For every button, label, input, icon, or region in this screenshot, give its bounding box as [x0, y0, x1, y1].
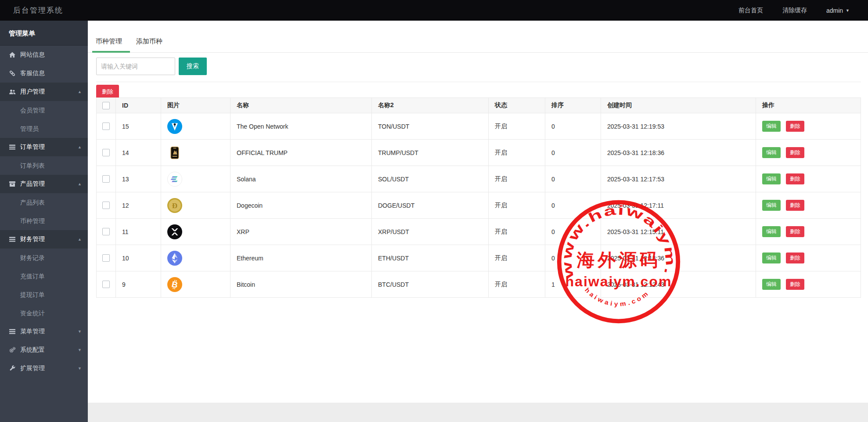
- row-checkbox[interactable]: [102, 175, 110, 183]
- sidebar-item-service-info[interactable]: 客服信息: [0, 64, 88, 83]
- caret-down-icon: ▼: [78, 348, 82, 352]
- row-checkbox[interactable]: [102, 254, 110, 262]
- table-row: 11 XRP XRP/USDT 开启 0 2025-03-31 12:15:11…: [97, 219, 861, 245]
- search-input[interactable]: [96, 58, 175, 75]
- svg-text:Ð: Ð: [172, 202, 177, 210]
- cell-created: 2025-03-31 12:15:11: [601, 219, 756, 245]
- row-delete-button[interactable]: 删除: [786, 226, 804, 237]
- row-checkbox[interactable]: [102, 202, 110, 209]
- cell-id: 12: [116, 192, 161, 219]
- frontend-home-link[interactable]: 前台首页: [738, 7, 763, 14]
- sidebar-subitem-finance-management-0[interactable]: 财务记录: [0, 249, 88, 267]
- sidebar-item-site-info[interactable]: 网站信息: [0, 46, 88, 64]
- row-delete-button[interactable]: 删除: [786, 200, 804, 211]
- col-id: ID: [116, 98, 161, 113]
- col-created: 创建时间: [601, 98, 756, 113]
- tab-coin-management[interactable]: 币种管理: [96, 37, 122, 46]
- edit-button[interactable]: 编辑: [762, 226, 781, 237]
- row-checkbox[interactable]: [102, 123, 110, 130]
- xrp-coin-icon: [167, 224, 182, 239]
- sidebar-item-user-management[interactable]: 用户管理 ▲: [0, 83, 88, 101]
- sidebar-menu: 网站信息 客服信息 用户管理 ▲ 会员管理 管理员 订单管理 ▲ 订单列表 产品…: [0, 46, 88, 378]
- table-row: 14 OFFICIAL TRUMP TRUMP/USDT 开启 0 2025-0…: [97, 140, 861, 166]
- sidebar-item-system-config[interactable]: 系统配置 ▼: [0, 341, 88, 359]
- users-icon: [9, 88, 16, 95]
- table-row: 10 Ethereum ETH/USDT 开启 0 2025-03-31 12:…: [97, 245, 861, 271]
- wrench-icon: [9, 365, 16, 372]
- sidebar-item-finance-management[interactable]: 财务管理 ▲: [0, 230, 88, 249]
- sidebar-subitem-finance-management-3[interactable]: 资金统计: [0, 304, 88, 322]
- app-title: 后台管理系统: [13, 5, 63, 15]
- cell-name: Bitcoin: [231, 271, 372, 298]
- sidebar: 管理菜单 网站信息 客服信息 用户管理 ▲ 会员管理 管理员 订单管理 ▲ 订单…: [0, 21, 88, 422]
- username: admin: [826, 7, 843, 14]
- edit-button[interactable]: 编辑: [762, 200, 781, 211]
- cell-name: The Open Network: [231, 113, 372, 140]
- sidebar-subitem-finance-management-1[interactable]: 充值订单: [0, 267, 88, 285]
- sidebar-subitem-product-management-0[interactable]: 产品列表: [0, 193, 88, 212]
- sidebar-subitem-label: 产品列表: [20, 199, 45, 206]
- trump-coin-icon: [167, 145, 182, 160]
- edit-button[interactable]: 编辑: [762, 279, 781, 290]
- row-delete-button[interactable]: 删除: [786, 147, 804, 158]
- sidebar-subitem-user-management-1[interactable]: 管理员: [0, 119, 88, 138]
- cell-id: 10: [116, 245, 161, 271]
- cell-sort: 0: [545, 219, 601, 245]
- row-delete-button[interactable]: 删除: [786, 252, 804, 263]
- sidebar-item-product-management[interactable]: 产品管理 ▲: [0, 175, 88, 193]
- sidebar-item-label: 财务管理: [20, 235, 45, 243]
- cell-name: Ethereum: [231, 245, 372, 271]
- topbar: 后台管理系统 前台首页 清除缓存 admin ▼: [0, 0, 868, 21]
- sidebar-item-menu-management[interactable]: 菜单管理 ▼: [0, 322, 88, 341]
- edit-button[interactable]: 编辑: [762, 173, 781, 184]
- sidebar-item-label: 产品管理: [20, 180, 45, 188]
- ton-coin-icon: [167, 119, 182, 134]
- select-all-checkbox[interactable]: [102, 102, 110, 109]
- row-delete-button[interactable]: 删除: [786, 121, 804, 132]
- row-delete-button[interactable]: 删除: [786, 173, 804, 184]
- row-checkbox[interactable]: [102, 228, 110, 235]
- sidebar-subitem-user-management-0[interactable]: 会员管理: [0, 101, 88, 119]
- sidebar-subitem-label: 管理员: [20, 125, 39, 132]
- home-icon: [9, 51, 16, 58]
- cell-status: 开启: [489, 166, 545, 192]
- caret-up-icon: ▲: [78, 182, 82, 186]
- sidebar-subitem-product-management-1[interactable]: 币种管理: [0, 212, 88, 230]
- tab-add-coin[interactable]: 添加币种: [136, 37, 162, 46]
- row-delete-button[interactable]: 删除: [786, 279, 804, 290]
- topbar-right: 前台首页 清除缓存 admin ▼: [738, 7, 850, 14]
- row-checkbox[interactable]: [102, 149, 110, 156]
- gears-icon: [9, 346, 16, 353]
- caret-down-icon: ▼: [78, 329, 82, 334]
- bulk-delete-button[interactable]: 删除: [96, 85, 119, 99]
- edit-button[interactable]: 编辑: [762, 147, 781, 158]
- cell-status: 开启: [489, 271, 545, 298]
- row-checkbox[interactable]: [102, 281, 110, 288]
- cell-created: 2025-03-31 12:13:36: [601, 245, 756, 271]
- sidebar-item-order-management[interactable]: 订单管理 ▲: [0, 138, 88, 156]
- user-menu[interactable]: admin ▼: [826, 7, 850, 14]
- sidebar-subitem-finance-management-2[interactable]: 提现订单: [0, 285, 88, 304]
- cell-sort: 0: [545, 166, 601, 192]
- cell-status: 开启: [489, 219, 545, 245]
- cell-name2: BTC/USDT: [372, 271, 489, 298]
- caret-up-icon: ▲: [78, 237, 82, 242]
- sidebar-item-extension-management[interactable]: 扩展管理 ▼: [0, 359, 88, 378]
- cell-name: Solana: [231, 166, 372, 192]
- admin-page: 后台管理系统 前台首页 清除缓存 admin ▼ 管理菜单 网站信息 客服信息 …: [0, 0, 868, 422]
- search-button[interactable]: 搜索: [179, 58, 207, 75]
- sidebar-header: 管理菜单: [0, 21, 88, 46]
- cell-created: 2025-03-31 12:17:53: [601, 166, 756, 192]
- cell-name: XRP: [231, 219, 372, 245]
- cell-id: 15: [116, 113, 161, 140]
- sidebar-subitem-order-management-0[interactable]: 订单列表: [0, 156, 88, 175]
- edit-button[interactable]: 编辑: [762, 252, 781, 263]
- sidebar-subitem-label: 提现订单: [20, 291, 45, 298]
- eth-coin-icon: [167, 251, 182, 266]
- col-actions: 操作: [756, 98, 861, 113]
- clear-cache-link[interactable]: 清除缓存: [782, 7, 807, 14]
- table-row: 13 Solana SOL/USDT 开启 0 2025-03-31 12:17…: [97, 166, 861, 192]
- cell-created: 2025-03-31 12:12:43: [601, 271, 756, 298]
- toolbar-divider: [96, 82, 861, 82]
- edit-button[interactable]: 编辑: [762, 121, 781, 132]
